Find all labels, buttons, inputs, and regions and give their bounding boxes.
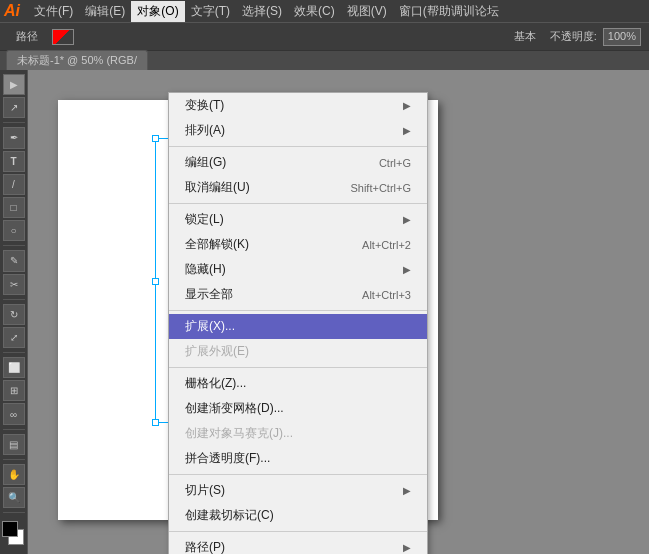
menu-item-group-label: 编组(G): [185, 154, 226, 171]
menu-item-slice[interactable]: 切片(S) ▶: [169, 478, 427, 503]
fg-color-swatch[interactable]: [2, 521, 18, 537]
menu-item-arrange[interactable]: 排列(A) ▶: [169, 118, 427, 143]
menu-window[interactable]: 窗口(帮助调训论坛: [393, 1, 505, 22]
menu-item-path[interactable]: 路径(P) ▶: [169, 535, 427, 554]
zoom-tool-btn[interactable]: 🔍: [3, 487, 25, 508]
menu-item-ungroup-label: 取消编组(U): [185, 179, 250, 196]
transform-arrow: ▶: [403, 100, 411, 111]
menu-item-hide[interactable]: 隐藏(H) ▶: [169, 257, 427, 282]
menu-item-mosaic: 创建对象马赛克(J)...: [169, 421, 427, 446]
direct-selection-btn[interactable]: ↗: [3, 97, 25, 118]
scale-tool-btn[interactable]: ⤢: [3, 327, 25, 348]
menu-effect[interactable]: 效果(C): [288, 1, 341, 22]
menu-item-rasterize-label: 栅格化(Z)...: [185, 375, 246, 392]
menu-item-ungroup[interactable]: 取消编组(U) Shift+Ctrl+G: [169, 175, 427, 200]
hand-tool-btn[interactable]: ✋: [3, 464, 25, 485]
sep-6: [169, 531, 427, 532]
rotate-tool-btn[interactable]: ↻: [3, 304, 25, 325]
color-swatch-area: [2, 521, 26, 550]
path-label: 路径: [8, 29, 46, 44]
handle-ml[interactable]: [152, 278, 159, 285]
menu-item-expand-appearance: 扩展外观(E): [169, 339, 427, 364]
unlock-all-shortcut: Alt+Ctrl+2: [362, 239, 411, 251]
menu-item-expand-label: 扩展(X)...: [185, 318, 235, 335]
ellipse-tool-btn[interactable]: ○: [3, 220, 25, 241]
menu-text[interactable]: 文字(T): [185, 1, 236, 22]
path-icon: [52, 29, 74, 45]
menu-item-slice-label: 切片(S): [185, 482, 225, 499]
menu-item-expand-appearance-label: 扩展外观(E): [185, 343, 249, 360]
tool-sep-1: [3, 122, 25, 123]
scissors-tool-btn[interactable]: ✂: [3, 274, 25, 295]
tool-sep-2: [3, 245, 25, 246]
line-tool-btn[interactable]: /: [3, 174, 25, 195]
canvas-area: 变换(T) ▶ 排列(A) ▶ 编组(G) Ctrl+G 取消编组(U) Shi…: [28, 70, 649, 554]
menu-item-mosaic-label: 创建对象马赛克(J)...: [185, 425, 293, 442]
mesh-tool-btn[interactable]: ⊞: [3, 380, 25, 401]
menu-file[interactable]: 文件(F): [28, 1, 79, 22]
app-logo: Ai: [4, 2, 20, 20]
menu-item-lock[interactable]: 锁定(L) ▶: [169, 207, 427, 232]
menu-object[interactable]: 对象(O): [131, 1, 184, 22]
menu-edit[interactable]: 编辑(E): [79, 1, 131, 22]
ungroup-shortcut: Shift+Ctrl+G: [350, 182, 411, 194]
sep-2: [169, 203, 427, 204]
menu-item-crop-marks-label: 创建裁切标记(C): [185, 507, 274, 524]
menu-item-transform-label: 变换(T): [185, 97, 224, 114]
group-shortcut: Ctrl+G: [379, 157, 411, 169]
type-tool-btn[interactable]: T: [3, 151, 25, 172]
handle-tl[interactable]: [152, 135, 159, 142]
menu-item-flatten-transparency[interactable]: 拼合透明度(F)...: [169, 446, 427, 471]
menu-item-flatten-transparency-label: 拼合透明度(F)...: [185, 450, 270, 467]
menu-item-group[interactable]: 编组(G) Ctrl+G: [169, 150, 427, 175]
sep-5: [169, 474, 427, 475]
tab-bar: 未标题-1* @ 50% (RGB/: [0, 50, 649, 70]
object-dropdown-menu: 变换(T) ▶ 排列(A) ▶ 编组(G) Ctrl+G 取消编组(U) Shi…: [168, 92, 428, 554]
menu-item-transform[interactable]: 变换(T) ▶: [169, 93, 427, 118]
menu-item-unlock-all-label: 全部解锁(K): [185, 236, 249, 253]
toolbar-row: 路径 基本 不透明度: 100%: [0, 22, 649, 50]
opacity-label: 不透明度:: [550, 29, 597, 44]
selection-tool-btn[interactable]: ▶: [3, 74, 25, 95]
main-area: ▶ ↗ ✒ T / □ ○ ✎ ✂ ↻ ⤢ ⬜ ⊞ ∞ ▤ ✋ 🔍: [0, 70, 649, 554]
path-arrow: ▶: [403, 542, 411, 553]
rect-tool-btn[interactable]: □: [3, 197, 25, 218]
menu-item-rasterize[interactable]: 栅格化(Z)...: [169, 371, 427, 396]
menu-view[interactable]: 视图(V): [341, 1, 393, 22]
bar-chart-btn[interactable]: ▤: [3, 434, 25, 455]
menu-item-expand[interactable]: 扩展(X)...: [169, 314, 427, 339]
tool-sep-4: [3, 352, 25, 353]
pen-tool-btn[interactable]: ✒: [3, 127, 25, 148]
tool-sep-5: [3, 429, 25, 430]
menu-item-crop-marks[interactable]: 创建裁切标记(C): [169, 503, 427, 528]
document-tab[interactable]: 未标题-1* @ 50% (RGB/: [6, 50, 148, 70]
menu-item-gradient-mesh[interactable]: 创建渐变网格(D)...: [169, 396, 427, 421]
menu-item-show-all[interactable]: 显示全部 Alt+Ctrl+3: [169, 282, 427, 307]
tool-sep-3: [3, 299, 25, 300]
slice-arrow: ▶: [403, 485, 411, 496]
menu-item-show-all-label: 显示全部: [185, 286, 233, 303]
hide-arrow: ▶: [403, 264, 411, 275]
lock-arrow: ▶: [403, 214, 411, 225]
menu-item-gradient-mesh-label: 创建渐变网格(D)...: [185, 400, 284, 417]
handle-bl[interactable]: [152, 419, 159, 426]
menu-item-hide-label: 隐藏(H): [185, 261, 226, 278]
blend-tool-btn[interactable]: ∞: [3, 403, 25, 424]
menu-item-lock-label: 锁定(L): [185, 211, 224, 228]
menu-item-arrange-label: 排列(A): [185, 122, 225, 139]
opacity-value[interactable]: 100%: [603, 28, 641, 46]
sep-3: [169, 310, 427, 311]
arrange-arrow: ▶: [403, 125, 411, 136]
menu-bar: Ai 文件(F) 编辑(E) 对象(O) 文字(T) 选择(S) 效果(C) 视…: [0, 0, 649, 22]
pencil-tool-btn[interactable]: ✎: [3, 250, 25, 271]
menu-item-unlock-all[interactable]: 全部解锁(K) Alt+Ctrl+2: [169, 232, 427, 257]
tool-sep-7: [3, 512, 25, 513]
gradient-tool-btn[interactable]: ⬜: [3, 357, 25, 378]
menu-select[interactable]: 选择(S): [236, 1, 288, 22]
sep-1: [169, 146, 427, 147]
preset-label: 基本: [514, 29, 536, 44]
sep-4: [169, 367, 427, 368]
left-toolbar: ▶ ↗ ✒ T / □ ○ ✎ ✂ ↻ ⤢ ⬜ ⊞ ∞ ▤ ✋ 🔍: [0, 70, 28, 554]
menu-item-path-label: 路径(P): [185, 539, 225, 554]
tool-sep-6: [3, 459, 25, 460]
